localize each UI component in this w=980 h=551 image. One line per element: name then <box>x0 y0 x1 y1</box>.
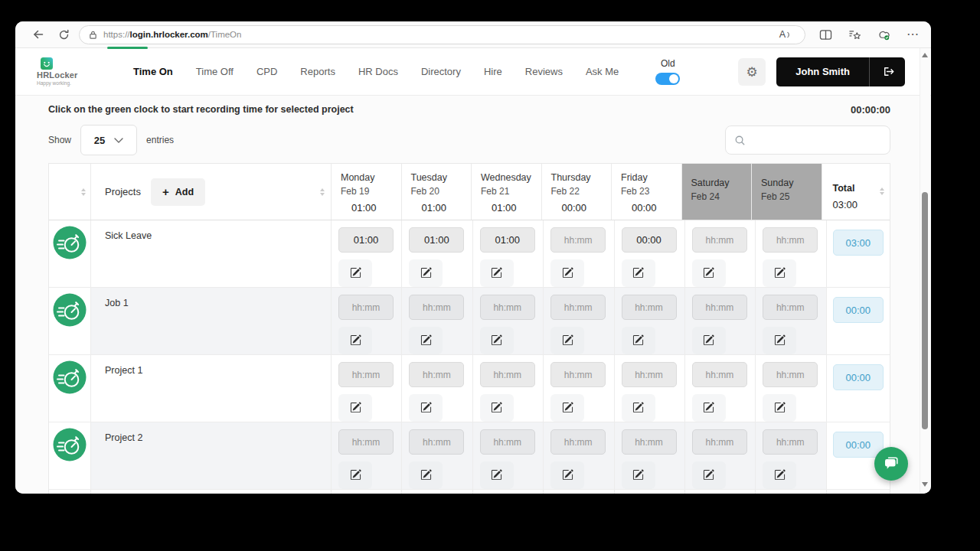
time-entry-cell <box>473 355 544 422</box>
edit-time-button[interactable] <box>409 461 443 489</box>
address-bar[interactable]: https://login.hrlocker.com/TimeOn A <box>79 25 805 44</box>
edit-time-button[interactable] <box>692 259 726 287</box>
time-input[interactable] <box>763 362 818 387</box>
edit-time-button[interactable] <box>338 461 372 489</box>
user-menu-button[interactable]: John Smith <box>776 57 905 86</box>
edit-time-button[interactable] <box>622 394 655 422</box>
time-input[interactable] <box>409 227 464 253</box>
time-input[interactable] <box>763 295 818 320</box>
nav-item[interactable]: Reviews <box>525 66 563 77</box>
edit-time-button[interactable] <box>480 461 514 489</box>
time-input[interactable] <box>550 429 606 455</box>
edit-time-button[interactable] <box>763 327 796 354</box>
scroll-up-arrow[interactable] <box>922 53 928 57</box>
browser-refresh-button[interactable] <box>58 29 70 41</box>
time-input[interactable] <box>338 429 394 455</box>
nav-item[interactable]: Time Off <box>196 66 234 77</box>
app-navbar: HRLocker Happy working. Time OnTime OffC… <box>15 48 931 96</box>
time-input[interactable] <box>550 362 606 387</box>
edit-time-button[interactable] <box>692 327 726 354</box>
edit-time-button[interactable] <box>622 461 655 489</box>
time-input[interactable] <box>480 295 535 320</box>
chevron-down-icon <box>114 138 123 143</box>
edit-time-button[interactable] <box>338 394 372 422</box>
vertical-scrollbar[interactable] <box>920 48 930 493</box>
browser-back-button[interactable] <box>32 28 44 41</box>
chat-widget-button[interactable] <box>874 447 908 481</box>
edit-time-button[interactable] <box>763 461 796 489</box>
edit-time-button[interactable] <box>480 394 514 422</box>
nav-item[interactable]: CPD <box>256 66 277 77</box>
time-input[interactable] <box>692 362 747 387</box>
time-input[interactable] <box>692 429 747 455</box>
browser-essentials-button[interactable] <box>877 29 890 41</box>
edit-time-button[interactable] <box>692 461 726 489</box>
edit-time-button[interactable] <box>480 327 514 354</box>
old-toggle-switch[interactable] <box>655 73 680 85</box>
start-timer-button[interactable] <box>53 428 87 461</box>
time-input[interactable] <box>692 227 747 253</box>
split-screen-button[interactable] <box>819 29 832 41</box>
time-input[interactable] <box>480 362 535 387</box>
nav-item[interactable]: Hire <box>484 66 502 77</box>
sort-icon[interactable] <box>320 188 325 196</box>
nav-item[interactable]: Reports <box>300 66 335 77</box>
show-label: Show <box>48 135 71 145</box>
time-input[interactable] <box>338 362 394 387</box>
time-input[interactable] <box>409 362 464 387</box>
nav-item[interactable]: Time On <box>133 66 173 77</box>
edit-time-button[interactable] <box>763 259 796 287</box>
time-input[interactable] <box>409 295 464 320</box>
sort-icon[interactable] <box>81 188 86 196</box>
sort-icon[interactable] <box>880 187 884 195</box>
time-input[interactable] <box>622 227 677 253</box>
time-entry-cell <box>615 355 685 422</box>
nav-item[interactable]: Directory <box>421 66 461 77</box>
time-input[interactable] <box>550 227 606 253</box>
favorites-button[interactable] <box>848 29 861 41</box>
time-input[interactable] <box>622 362 677 387</box>
nav-item[interactable]: Ask Me <box>586 66 619 77</box>
logout-button[interactable] <box>870 65 905 78</box>
edit-time-button[interactable] <box>550 394 584 422</box>
scrollbar-thumb[interactable] <box>922 192 928 429</box>
edit-time-button[interactable] <box>338 259 372 287</box>
edit-time-button[interactable] <box>622 259 655 287</box>
hrlocker-logo[interactable]: HRLocker Happy working. <box>37 57 90 86</box>
time-input[interactable] <box>550 295 606 320</box>
scroll-down-arrow[interactable] <box>922 482 928 487</box>
time-input[interactable] <box>338 227 394 253</box>
edit-time-button[interactable] <box>338 327 372 354</box>
edit-time-button[interactable] <box>409 394 443 422</box>
edit-time-button[interactable] <box>763 394 796 422</box>
time-input[interactable] <box>763 429 818 455</box>
toolbar-icons: ⋯ <box>815 28 919 41</box>
settings-button[interactable]: ⚙ <box>738 58 766 86</box>
edit-time-button[interactable] <box>409 259 443 287</box>
edit-time-button[interactable] <box>550 461 584 489</box>
nav-item[interactable]: HR Docs <box>358 66 398 77</box>
time-input[interactable] <box>480 227 535 253</box>
page-size-select[interactable]: 25 <box>80 125 137 155</box>
edit-time-button[interactable] <box>550 327 584 354</box>
time-input[interactable] <box>480 429 535 455</box>
edit-time-button[interactable] <box>409 327 443 354</box>
edit-time-button[interactable] <box>550 259 584 287</box>
day-column-header: Tuesday Feb 20 01:00 <box>402 164 472 220</box>
add-project-button[interactable]: +Add <box>151 178 205 206</box>
start-timer-button[interactable] <box>53 293 87 327</box>
time-input[interactable] <box>622 429 677 455</box>
time-input[interactable] <box>622 295 677 320</box>
search-input[interactable] <box>751 134 881 147</box>
read-aloud-button[interactable]: A <box>775 28 795 41</box>
start-timer-button[interactable] <box>53 360 87 394</box>
time-input[interactable] <box>763 227 818 253</box>
time-input[interactable] <box>338 295 394 320</box>
edit-time-button[interactable] <box>622 327 655 354</box>
edit-time-button[interactable] <box>480 259 514 287</box>
browser-menu-button[interactable]: ⋯ <box>906 28 919 41</box>
edit-time-button[interactable] <box>692 394 726 422</box>
start-timer-button[interactable] <box>53 226 87 259</box>
time-input[interactable] <box>409 429 464 455</box>
time-input[interactable] <box>692 295 747 320</box>
